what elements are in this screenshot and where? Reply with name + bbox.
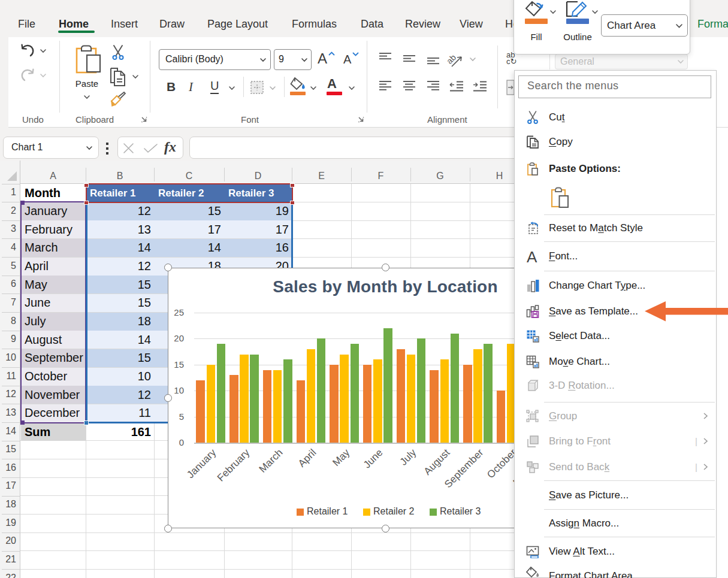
svg-text:ab: ab	[446, 52, 458, 65]
